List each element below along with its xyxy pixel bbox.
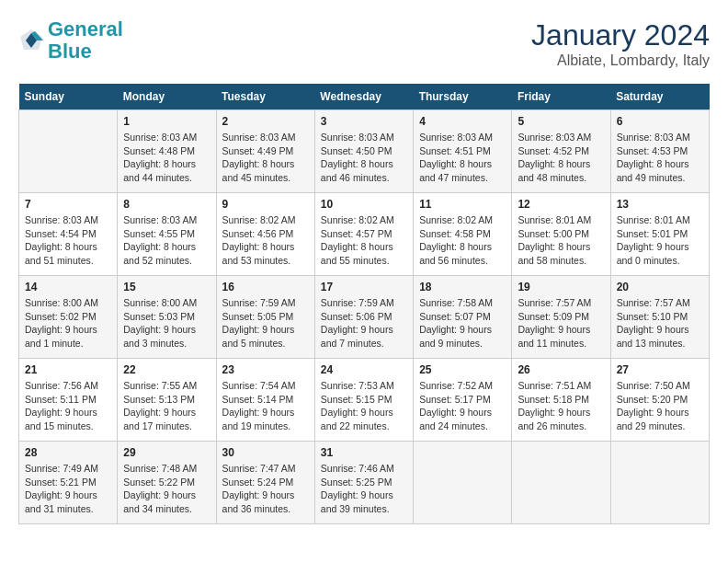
day-info: Sunrise: 7:49 AMSunset: 5:21 PMDaylight:… (25, 462, 111, 516)
day-number: 25 (419, 363, 506, 376)
col-sunday: Sunday (19, 84, 118, 110)
day-info: Sunrise: 8:00 AMSunset: 5:03 PMDaylight:… (123, 296, 210, 350)
col-saturday: Saturday (610, 84, 709, 110)
day-info: Sunrise: 8:01 AMSunset: 5:01 PMDaylight:… (617, 213, 703, 268)
day-info: Sunrise: 8:03 AMSunset: 4:52 PMDaylight:… (518, 131, 604, 185)
day-info: Sunrise: 7:55 AMSunset: 5:13 PMDaylight:… (123, 379, 210, 433)
calendar-cell: 10Sunrise: 8:02 AMSunset: 4:57 PMDayligh… (314, 193, 413, 276)
day-info: Sunrise: 7:59 AMSunset: 5:05 PMDaylight:… (222, 296, 309, 350)
day-info: Sunrise: 7:56 AMSunset: 5:11 PMDaylight:… (25, 379, 111, 433)
calendar-cell: 20Sunrise: 7:57 AMSunset: 5:10 PMDayligh… (610, 276, 709, 359)
day-info: Sunrise: 8:03 AMSunset: 4:55 PMDaylight:… (123, 213, 210, 268)
day-info: Sunrise: 7:57 AMSunset: 5:10 PMDaylight:… (617, 296, 703, 350)
calendar-cell (610, 442, 709, 524)
calendar-week-4: 28Sunrise: 7:49 AMSunset: 5:21 PMDayligh… (19, 442, 710, 524)
day-number: 15 (123, 281, 210, 293)
calendar-cell: 5Sunrise: 8:03 AMSunset: 4:52 PMDaylight… (512, 110, 610, 193)
calendar-cell: 6Sunrise: 8:03 AMSunset: 4:53 PMDaylight… (610, 110, 709, 193)
day-number: 27 (617, 363, 703, 376)
col-tuesday: Tuesday (216, 84, 314, 110)
header: General Blue January 2024 Albiate, Lomba… (18, 18, 710, 69)
calendar-week-1: 7Sunrise: 8:03 AMSunset: 4:54 PMDaylight… (19, 193, 710, 276)
calendar-cell: 16Sunrise: 7:59 AMSunset: 5:05 PMDayligh… (216, 276, 314, 359)
calendar-cell: 14Sunrise: 8:00 AMSunset: 5:02 PMDayligh… (19, 276, 118, 359)
logo: General Blue (18, 18, 123, 63)
day-number: 1 (123, 115, 210, 128)
day-number: 21 (25, 363, 111, 376)
calendar-cell: 24Sunrise: 7:53 AMSunset: 5:15 PMDayligh… (314, 359, 413, 442)
col-thursday: Thursday (414, 84, 512, 110)
day-info: Sunrise: 7:50 AMSunset: 5:20 PMDaylight:… (617, 379, 703, 433)
day-number: 30 (222, 446, 309, 459)
day-info: Sunrise: 7:51 AMSunset: 5:18 PMDaylight:… (518, 379, 604, 433)
day-info: Sunrise: 7:48 AMSunset: 5:22 PMDaylight:… (123, 462, 210, 516)
calendar-cell: 15Sunrise: 8:00 AMSunset: 5:03 PMDayligh… (118, 276, 216, 359)
main-title: January 2024 (531, 18, 710, 52)
day-info: Sunrise: 8:02 AMSunset: 4:58 PMDaylight:… (419, 213, 506, 268)
col-monday: Monday (118, 84, 216, 110)
day-number: 6 (617, 115, 703, 128)
day-number: 17 (321, 281, 407, 293)
calendar-cell: 29Sunrise: 7:48 AMSunset: 5:22 PMDayligh… (118, 442, 216, 524)
calendar-table: Sunday Monday Tuesday Wednesday Thursday… (18, 84, 710, 524)
day-info: Sunrise: 8:03 AMSunset: 4:49 PMDaylight:… (222, 131, 309, 185)
day-number: 18 (419, 281, 506, 293)
day-info: Sunrise: 8:02 AMSunset: 4:56 PMDaylight:… (222, 213, 309, 268)
calendar-cell: 3Sunrise: 8:03 AMSunset: 4:50 PMDaylight… (314, 110, 413, 193)
day-info: Sunrise: 8:01 AMSunset: 5:00 PMDaylight:… (518, 213, 604, 268)
calendar-cell: 22Sunrise: 7:55 AMSunset: 5:13 PMDayligh… (118, 359, 216, 442)
calendar-cell: 18Sunrise: 7:58 AMSunset: 5:07 PMDayligh… (414, 276, 512, 359)
col-friday: Friday (512, 84, 610, 110)
calendar-cell: 9Sunrise: 8:02 AMSunset: 4:56 PMDaylight… (216, 193, 314, 276)
calendar-cell: 28Sunrise: 7:49 AMSunset: 5:21 PMDayligh… (19, 442, 118, 524)
calendar-cell: 25Sunrise: 7:52 AMSunset: 5:17 PMDayligh… (414, 359, 512, 442)
day-number: 3 (321, 115, 407, 128)
day-number: 13 (617, 198, 703, 211)
day-number: 4 (419, 115, 506, 128)
day-number: 5 (518, 115, 604, 128)
day-number: 10 (321, 198, 407, 211)
day-number: 29 (123, 446, 210, 459)
calendar-cell: 19Sunrise: 7:57 AMSunset: 5:09 PMDayligh… (512, 276, 610, 359)
calendar-cell: 21Sunrise: 7:56 AMSunset: 5:11 PMDayligh… (19, 359, 118, 442)
calendar-week-0: 1Sunrise: 8:03 AMSunset: 4:48 PMDaylight… (19, 110, 710, 193)
day-info: Sunrise: 7:59 AMSunset: 5:06 PMDaylight:… (321, 296, 407, 350)
day-number: 2 (222, 115, 309, 128)
day-number: 8 (123, 198, 210, 211)
day-number: 19 (518, 281, 604, 293)
calendar-cell: 12Sunrise: 8:01 AMSunset: 5:00 PMDayligh… (512, 193, 610, 276)
day-info: Sunrise: 7:54 AMSunset: 5:14 PMDaylight:… (222, 379, 309, 433)
calendar-cell (19, 110, 118, 193)
calendar-cell: 17Sunrise: 7:59 AMSunset: 5:06 PMDayligh… (314, 276, 413, 359)
day-info: Sunrise: 8:03 AMSunset: 4:53 PMDaylight:… (617, 131, 703, 185)
day-number: 31 (321, 446, 407, 459)
day-number: 23 (222, 363, 309, 376)
col-wednesday: Wednesday (314, 84, 413, 110)
calendar-cell (414, 442, 512, 524)
day-info: Sunrise: 7:57 AMSunset: 5:09 PMDaylight:… (518, 296, 604, 350)
subtitle: Albiate, Lombardy, Italy (531, 52, 710, 69)
header-row: Sunday Monday Tuesday Wednesday Thursday… (19, 84, 710, 110)
day-info: Sunrise: 7:47 AMSunset: 5:24 PMDaylight:… (222, 462, 309, 516)
calendar-cell: 31Sunrise: 7:46 AMSunset: 5:25 PMDayligh… (314, 442, 413, 524)
calendar-cell: 4Sunrise: 8:03 AMSunset: 4:51 PMDaylight… (414, 110, 512, 193)
day-info: Sunrise: 8:03 AMSunset: 4:50 PMDaylight:… (321, 131, 407, 185)
day-number: 24 (321, 363, 407, 376)
day-info: Sunrise: 8:03 AMSunset: 4:51 PMDaylight:… (419, 131, 506, 185)
calendar-cell: 26Sunrise: 7:51 AMSunset: 5:18 PMDayligh… (512, 359, 610, 442)
day-info: Sunrise: 8:03 AMSunset: 4:48 PMDaylight:… (123, 131, 210, 185)
day-number: 22 (123, 363, 210, 376)
title-block: January 2024 Albiate, Lombardy, Italy (531, 18, 710, 69)
logo-icon (18, 28, 44, 53)
day-number: 16 (222, 281, 309, 293)
day-number: 14 (25, 281, 111, 293)
day-info: Sunrise: 7:52 AMSunset: 5:17 PMDaylight:… (419, 379, 506, 433)
calendar-cell (512, 442, 610, 524)
calendar-cell: 30Sunrise: 7:47 AMSunset: 5:24 PMDayligh… (216, 442, 314, 524)
calendar-week-3: 21Sunrise: 7:56 AMSunset: 5:11 PMDayligh… (19, 359, 710, 442)
day-number: 12 (518, 198, 604, 211)
day-number: 28 (25, 446, 111, 459)
calendar-cell: 1Sunrise: 8:03 AMSunset: 4:48 PMDaylight… (118, 110, 216, 193)
calendar-cell: 2Sunrise: 8:03 AMSunset: 4:49 PMDaylight… (216, 110, 314, 193)
day-number: 11 (419, 198, 506, 211)
